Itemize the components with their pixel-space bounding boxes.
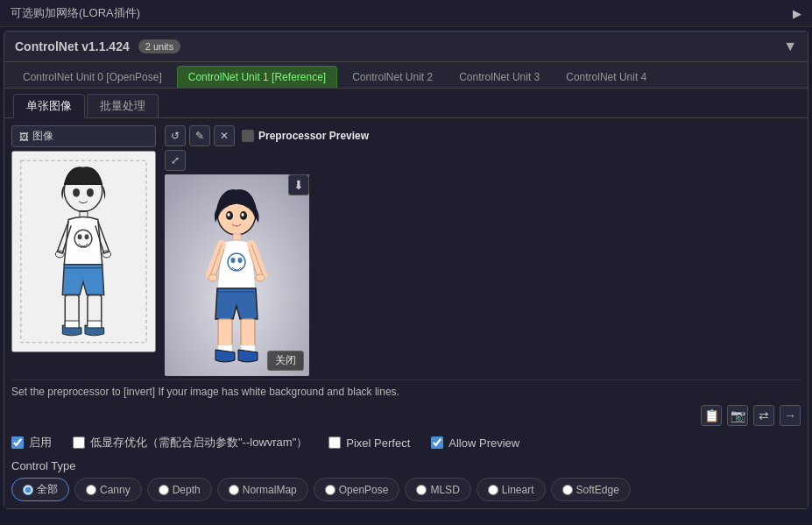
tab-unit2[interactable]: ControlNet Unit 2 (341, 66, 444, 88)
collapse-arrow[interactable]: ▼ (783, 39, 797, 54)
svg-point-22 (242, 213, 244, 216)
tab-unit3[interactable]: ControlNet Unit 3 (448, 66, 551, 88)
radio-lineart[interactable]: Lineart (477, 478, 546, 501)
toolbar-icon-camera[interactable]: 📷 (727, 405, 748, 426)
radio-normalmap[interactable]: NormalMap (217, 478, 308, 501)
close-x-btn[interactable]: ✕ (214, 125, 235, 146)
tab-unit4[interactable]: ControlNet Unit 4 (554, 66, 658, 88)
radio-depth[interactable]: Depth (147, 478, 212, 501)
reset-btn[interactable]: ↺ (165, 125, 186, 146)
pixel-perfect-label: Pixel Perfect (346, 436, 410, 450)
radio-mlsd-input[interactable] (416, 485, 427, 495)
image-icon: 🖼 (19, 131, 29, 142)
controlnet-title: ControlNet v1.1.424 (15, 39, 130, 53)
unit-tabs-row: ControlNet Unit 0 [OpenPose] ControlNet … (4, 62, 808, 89)
svg-point-6 (78, 234, 82, 239)
radio-lineart-label: Lineart (502, 484, 534, 496)
allow-preview-checkbox-item: Allow Preview (431, 436, 519, 450)
enable-checkbox-item: 启用 (11, 435, 52, 451)
expand-btn[interactable]: ⤢ (165, 150, 186, 171)
radio-lineart-input[interactable] (488, 485, 498, 495)
top-bar-arrow[interactable]: ▶ (793, 7, 801, 20)
radio-all-label: 全部 (37, 482, 58, 497)
controlnet-panel: ControlNet v1.1.424 2 units ▼ ControlNet… (4, 31, 808, 509)
radio-all[interactable]: 全部 (11, 478, 69, 501)
left-image-section: 🖼 图像 (11, 125, 156, 352)
radio-canny[interactable]: Canny (74, 478, 142, 501)
top-bar-label: 可选购加网络(LORA插件) (11, 5, 140, 21)
radio-softedge-label: SoftEdge (576, 484, 619, 496)
svg-point-3 (87, 188, 94, 197)
allow-preview-checkbox[interactable] (431, 436, 443, 449)
pixel-perfect-checkbox[interactable] (328, 436, 341, 449)
preprocessor-label: Preprocessor Preview (242, 130, 369, 142)
checkbox-row: 启用 低显存优化（需配合启动参数"--lowvram"） Pixel Perfe… (11, 429, 801, 456)
radio-openpose-input[interactable] (325, 485, 335, 495)
radio-canny-input[interactable] (86, 485, 96, 495)
edit-icon: ✎ (195, 130, 204, 142)
tab-unit0[interactable]: ControlNet Unit 0 [OpenPose] (11, 66, 173, 88)
lowvram-checkbox-item: 低显存优化（需配合启动参数"--lowvram"） (73, 435, 307, 451)
svg-point-25 (231, 258, 236, 263)
preview-image-svg (165, 174, 309, 376)
radio-depth-input[interactable] (159, 485, 169, 495)
image-label-text: 图像 (32, 129, 53, 144)
radio-canny-label: Canny (100, 484, 131, 496)
radio-openpose[interactable]: OpenPose (314, 478, 400, 501)
upload-image-box[interactable] (11, 151, 156, 352)
radio-softedge-input[interactable] (562, 485, 573, 495)
info-text: Set the preprocessor to [invert] If your… (11, 380, 801, 401)
allow-preview-label: Allow Preview (448, 436, 519, 450)
svg-point-27 (208, 274, 217, 281)
enable-checkbox[interactable] (11, 436, 24, 449)
svg-rect-14 (88, 321, 102, 328)
sub-tabs-row: 单张图像 批量处理 (4, 89, 808, 118)
center-preview-section: ↺ ✎ ✕ Preprocessor Preview ⤢ (165, 125, 801, 376)
toolbar-icon-swap[interactable]: ⇄ (753, 405, 774, 426)
radio-all-input[interactable] (23, 485, 33, 495)
download-icon: ⬇ (293, 178, 304, 192)
top-bar: 可选购加网络(LORA插件) ▶ (0, 0, 812, 27)
subtab-single[interactable]: 单张图像 (13, 94, 85, 118)
preview-image-box: ⬇ 关闭 (165, 174, 309, 376)
controlnet-header: ControlNet v1.1.424 2 units ▼ (4, 32, 808, 62)
preview-label-icon (242, 130, 254, 142)
svg-point-28 (256, 274, 265, 281)
lowvram-checkbox[interactable] (73, 436, 85, 449)
radio-normalmap-input[interactable] (229, 485, 239, 495)
svg-point-7 (84, 234, 88, 239)
content-area: 🖼 图像 (4, 118, 808, 508)
units-badge: 2 units (138, 39, 180, 53)
svg-point-2 (73, 188, 80, 197)
radio-buttons-row: 全部 Canny Depth NormalMap OpenPose MLSD (11, 478, 801, 501)
radio-mlsd-label: MLSD (430, 484, 459, 496)
toolbar-icon-clipboard[interactable]: 📋 (701, 405, 722, 426)
lowvram-label: 低显存优化（需配合启动参数"--lowvram"） (90, 435, 307, 451)
toolbar-icons-row: 📋 📷 ⇄ → (11, 401, 801, 429)
send-icon: → (784, 408, 796, 422)
image-upload-row: 🖼 图像 (11, 125, 801, 376)
svg-point-21 (228, 213, 230, 216)
expand-icon: ⤢ (171, 154, 180, 167)
preprocessor-preview-text: Preprocessor Preview (258, 130, 369, 142)
toolbar-icon-send[interactable]: → (780, 405, 801, 426)
clipboard-icon: 📋 (704, 408, 719, 422)
edit-btn[interactable]: ✎ (189, 125, 210, 146)
camera-icon: 📷 (731, 408, 745, 422)
subtab-batch[interactable]: 批量处理 (87, 94, 159, 117)
control-type-label: Control Type (11, 456, 801, 478)
radio-openpose-label: OpenPose (339, 484, 389, 496)
input-image-svg (12, 152, 155, 351)
preview-toolbar-row: ↺ ✎ ✕ Preprocessor Preview (165, 125, 801, 146)
radio-softedge[interactable]: SoftEdge (551, 478, 631, 501)
radio-depth-label: Depth (173, 484, 201, 496)
radio-normalmap-label: NormalMap (243, 484, 297, 496)
reset-icon: ↺ (171, 130, 180, 142)
pixel-perfect-checkbox-item: Pixel Perfect (328, 436, 410, 450)
image-label-btn[interactable]: 🖼 图像 (11, 125, 156, 147)
close-preview-btn[interactable]: 关闭 (267, 351, 304, 371)
download-btn[interactable]: ⬇ (288, 174, 309, 195)
tab-unit1[interactable]: ControlNet Unit 1 [Reference] (177, 66, 337, 88)
svg-point-26 (238, 258, 243, 263)
radio-mlsd[interactable]: MLSD (405, 478, 470, 501)
